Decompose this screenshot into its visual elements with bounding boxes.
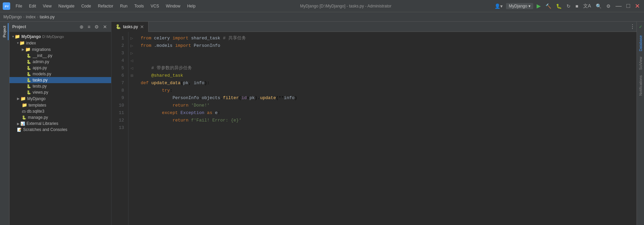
right-panel: ✓ Database SciView Notifications (637, 22, 644, 225)
reload-button[interactable]: ↻ (565, 3, 572, 10)
project-selector-chevron: ▾ (528, 4, 530, 8)
menu-refactor[interactable]: Refactor (95, 2, 116, 10)
tree-db-label: db.sqlite3 (27, 109, 44, 114)
tree-ext-libs[interactable]: ▶ 📊 External Libraries (10, 120, 111, 127)
admin-py-icon: 🐍 (27, 60, 31, 64)
line-content-8: try: (141, 87, 631, 94)
vcs-user-btn[interactable]: 👤▾ (493, 3, 504, 10)
arrow-migrations: ▶ (22, 48, 24, 51)
arrow-mydjango-sub: ▶ (17, 97, 20, 100)
tab-close-btn[interactable]: ✕ (140, 24, 144, 30)
code-content[interactable]: from celery import shared_task # 共享任务 fr… (135, 32, 637, 225)
menu-vcs[interactable]: VCS (148, 2, 162, 10)
build-button[interactable]: 🔨 (544, 3, 553, 10)
breadcrumb-sep-1: › (23, 15, 24, 19)
tree-manage-py[interactable]: 🐍 manage.py (10, 114, 111, 120)
db-sqlite3-icon: 🗃 (22, 109, 25, 113)
tree-admin-label: admin.py (33, 59, 49, 64)
menu-edit[interactable]: Edit (26, 2, 39, 10)
notifications-panel-btn[interactable]: Notifications (638, 73, 643, 98)
menu-bar: File Edit View Navigate Code Refactor Ru… (13, 2, 198, 10)
run-button[interactable]: ▶ (535, 2, 542, 10)
code-line-8: try: (141, 87, 631, 94)
tree-scratches[interactable]: 📝 Scratches and Consoles (10, 127, 111, 133)
line-content-5: # 带参数的异步任务 (141, 64, 631, 72)
window-title: MyDjango [D:\MyDjango] - tasks.py - Admi… (198, 4, 493, 8)
tree-root[interactable]: ▾ 📁 MyDjango D:\MyDjango (10, 33, 111, 40)
panel-close-btn[interactable]: ✕ (102, 23, 108, 30)
tree-admin-py[interactable]: 🐍 admin.py (10, 59, 111, 65)
tree-init-py[interactable]: 🐍 __init__.py (10, 53, 111, 59)
breadcrumb-root[interactable]: MyDjango (3, 15, 22, 19)
line-content-6: @shared_task (141, 72, 631, 79)
panel-settings-btn[interactable]: ⚙ (93, 23, 100, 30)
tree-models-py[interactable]: 🐍 models.py (10, 71, 111, 77)
menu-run[interactable]: Run (117, 2, 130, 10)
editor-panel: 🐍 tasks.py ✕ ⋮ 1 2 3 4 5 6 7 8 9 10 11 (111, 22, 637, 225)
tree-mydjango-sub[interactable]: ▶ 📁 MyDjango (10, 95, 111, 102)
panel-collapse-btn[interactable]: ≡ (86, 23, 92, 30)
tree-index-folder[interactable]: ▾ 📁 index (10, 40, 111, 46)
tree-apps-py[interactable]: 🐍 apps.py (10, 65, 111, 71)
menu-help[interactable]: Help (185, 2, 198, 10)
menu-view[interactable]: View (40, 2, 54, 10)
settings-btn[interactable]: ⚙ (605, 3, 612, 10)
tree-tests-py[interactable]: 🐍 tests.py (10, 83, 111, 89)
tab-tasks-py[interactable]: 🐍 tasks.py ✕ (111, 22, 149, 32)
menu-window[interactable]: Window (163, 2, 183, 10)
tree-db-sqlite3[interactable]: 🗃 db.sqlite3 (10, 108, 111, 114)
maximize-btn[interactable]: □ (625, 2, 631, 10)
tree-tasks-py[interactable]: 🐍 tasks.py (10, 77, 111, 83)
tree-migrations[interactable]: ▶ 📁 migrations (10, 46, 111, 53)
line-content-2: from .models import PersonInfo (141, 42, 631, 50)
menu-file[interactable]: File (13, 2, 25, 10)
status-check: ✓ (639, 24, 642, 29)
breadcrumb-file[interactable]: tasks.py (40, 15, 55, 19)
editor-settings-btn[interactable]: ⋮ (628, 23, 637, 31)
tree-views-py[interactable]: 🐍 views.py (10, 89, 111, 95)
manage-py-icon: 🐍 (22, 115, 27, 120)
panel-actions: ⊕ ≡ ⚙ ✕ (78, 23, 108, 30)
breadcrumb-sep-2: › (37, 15, 38, 19)
gutter: ▷ ▷ ▷ ◁ ◁ ⊟ (128, 32, 135, 225)
file-panel: Project ⊕ ≡ ⚙ ✕ ▾ 📁 MyDjango D:\MyDjango… (10, 22, 111, 225)
svg-text:PY: PY (5, 5, 9, 8)
file-tree: ▾ 📁 MyDjango D:\MyDjango ▾ 📁 index ▶ 📁 m… (10, 32, 111, 225)
close-btn[interactable]: ✕ (633, 2, 641, 10)
project-selector[interactable]: MyDjango ▾ (506, 3, 533, 9)
ext-libs-icon: 📊 (20, 121, 25, 126)
search-btn[interactable]: 🔍 (594, 3, 603, 10)
toolbar-right: 👤▾ MyDjango ▾ ▶ 🔨 🐛 ↻ ■ 文A 🔍 ⚙ — □ ✕ (493, 2, 641, 10)
code-line-1: from celery import shared_task # 共享任务 (141, 35, 631, 42)
breadcrumb-index[interactable]: index (26, 15, 36, 19)
main-layout: Project Project ⊕ ≡ ⚙ ✕ ▾ 📁 MyDjango D:\… (0, 22, 644, 225)
code-line-12: return f'Fail! Error: {e}' (141, 117, 631, 124)
minimize-btn[interactable]: — (614, 2, 623, 10)
debug-button[interactable]: 🐛 (555, 3, 563, 10)
menu-navigate[interactable]: Navigate (56, 2, 77, 10)
tree-init-label: __init__.py (33, 53, 52, 58)
menu-tools[interactable]: Tools (132, 2, 146, 10)
stop-button[interactable]: ■ (574, 3, 579, 10)
translate-btn[interactable]: 文A (582, 2, 592, 10)
tree-scratches-label: Scratches and Consoles (23, 127, 67, 132)
menu-code[interactable]: Code (79, 2, 94, 10)
panel-title: Project (12, 24, 26, 29)
line-content-11: except Exception as e: (141, 109, 631, 117)
sciview-panel-btn[interactable]: SciView (638, 55, 643, 72)
arrow-ext-libs: ▶ (17, 122, 20, 126)
tree-index-label: index (26, 41, 36, 45)
title-bar-left: PY File Edit View Navigate Code Refactor… (3, 2, 198, 10)
tree-root-path: D:\MyDjango (42, 35, 64, 39)
tree-views-label: views.py (33, 90, 48, 95)
tree-templates[interactable]: 📁 templates (10, 102, 111, 108)
scratches-icon: 📝 (17, 128, 22, 132)
folder-icon: 📁 (15, 34, 20, 39)
tree-mydjango-sub-label: MyDjango (27, 96, 46, 101)
code-line-3 (141, 50, 631, 57)
database-panel-btn[interactable]: Database (638, 33, 643, 53)
project-panel-tab[interactable]: Project (1, 23, 8, 40)
mydjango-sub-icon: 📁 (20, 96, 26, 101)
panel-new-btn[interactable]: ⊕ (78, 23, 85, 30)
title-bar: PY File Edit View Navigate Code Refactor… (0, 0, 644, 12)
